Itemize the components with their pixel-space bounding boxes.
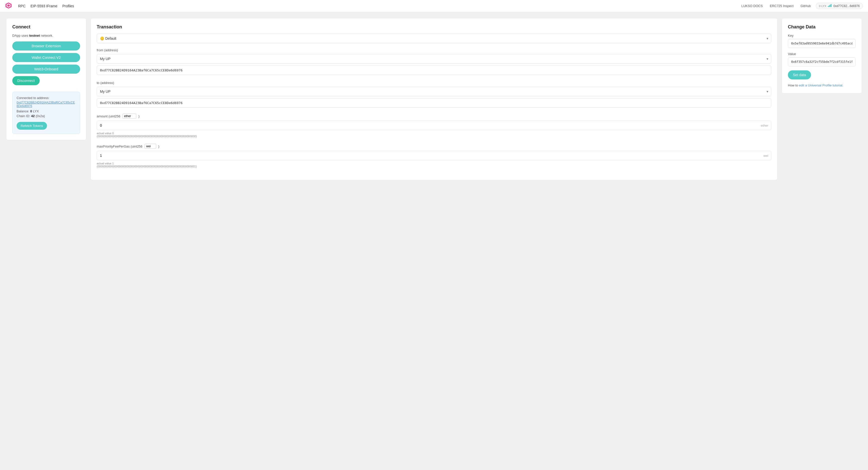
from-select-wrapper: My UP ▾: [97, 54, 771, 64]
amount-suffix: ether: [761, 124, 768, 127]
amount-unit-wrapper: ether: [122, 114, 136, 119]
change-data-card: Change Data Key Value Set data How to ed…: [782, 18, 862, 93]
connected-label: Connected to address:: [17, 96, 76, 100]
refetch-tokens-button[interactable]: Refetch Tokens: [17, 122, 47, 130]
disconnect-button[interactable]: Disconnect: [12, 76, 40, 85]
header: RPC EIP-5593 IFrame Profiles LUKSO DOCS …: [0, 0, 868, 12]
connect-title: Connect: [12, 24, 80, 30]
transaction-card: Transaction 🪙 Default ▾ from (address) M…: [90, 18, 778, 180]
to-address-input[interactable]: [97, 98, 771, 108]
connected-box: Connected to address: 0xd77C82BB24D9164A…: [12, 92, 80, 134]
from-select[interactable]: My UP: [97, 54, 771, 64]
amount-input-wrapper: ether: [97, 121, 771, 130]
svg-rect-3: [828, 6, 829, 7]
max-priority-section: maxPriorityFeePerGas (uint256 wei ) wei …: [97, 144, 771, 168]
connect-card: Connect DApp uses testnet network. Brows…: [6, 18, 86, 140]
svg-rect-5: [830, 4, 831, 7]
max-priority-header: maxPriorityFeePerGas (uint256 wei ): [97, 144, 771, 149]
main-content: Connect DApp uses testnet network. Brows…: [0, 12, 868, 186]
amount-label: amount (uint256: [97, 114, 120, 118]
wallet-connect-button[interactable]: Wallet Connect V2: [12, 53, 80, 62]
erc725-inspect-button[interactable]: ERC725 Inspect: [768, 3, 796, 9]
from-label: from (address): [97, 48, 771, 52]
to-select[interactable]: My UP: [97, 87, 771, 96]
svg-rect-6: [831, 4, 832, 7]
nav-profiles[interactable]: Profiles: [62, 4, 74, 8]
from-address-input[interactable]: [97, 66, 771, 75]
amount-actual-value: actual value 0 (000000000000000000000000…: [97, 132, 771, 138]
max-priority-actual-value: actual value 1 (000000000000000000000000…: [97, 162, 771, 168]
max-priority-unit-wrapper: wei: [145, 144, 156, 149]
svg-rect-4: [829, 5, 830, 7]
nav-eip5593[interactable]: EIP-5593 IFrame: [31, 4, 58, 8]
github-button[interactable]: GitHub: [799, 3, 813, 9]
connected-address[interactable]: 0xd77C82BB24D9164A23Baf6Ca7C65cCE8De6d69…: [17, 101, 76, 108]
key-input[interactable]: [788, 39, 856, 48]
balance-row: Balance: 0 LYX: [17, 109, 76, 113]
value-input[interactable]: [788, 57, 856, 66]
lukso-docs-button[interactable]: LUKSO DOCS: [739, 3, 765, 9]
transaction-title: Transaction: [97, 24, 771, 30]
value-label: Value: [788, 52, 856, 56]
wallet-address-short: 0xd77C82...6d6976: [833, 4, 860, 8]
amount-unit-select[interactable]: ether: [122, 114, 136, 119]
method-dropdown-row: 🪙 Default ▾: [97, 34, 771, 43]
max-priority-label: maxPriorityFeePerGas (uint256: [97, 145, 143, 148]
set-data-button[interactable]: Set data: [788, 70, 811, 80]
amount-paren-close: ): [138, 114, 140, 118]
wallet-lyx-amount: 0 LYX: [819, 4, 826, 7]
max-priority-input-wrapper: wei: [97, 151, 771, 160]
to-section: to (address) My UP ▾: [97, 81, 771, 108]
nav-rpc[interactable]: RPC: [18, 4, 26, 8]
wallet-wave-icon: [828, 4, 832, 8]
to-select-wrapper: My UP ▾: [97, 87, 771, 96]
amount-input[interactable]: [97, 121, 771, 130]
max-priority-paren-close: ): [158, 145, 159, 148]
network-name: testnet: [29, 34, 40, 37]
to-label: to (address): [97, 81, 771, 85]
max-priority-unit-select[interactable]: wei: [145, 144, 156, 149]
amount-header: amount (uint256 ether ): [97, 114, 771, 119]
chain-row: Chain ID: 42 (0x2a): [17, 114, 76, 118]
web3-onboard-button[interactable]: Web3-Onboard: [12, 65, 80, 74]
main-nav: RPC EIP-5593 IFrame Profiles: [18, 4, 74, 8]
header-right: LUKSO DOCS ERC725 Inspect GitHub 0 LYX 0…: [739, 3, 863, 9]
max-priority-input[interactable]: [97, 151, 771, 160]
change-data-title: Change Data: [788, 24, 856, 30]
logo: [5, 2, 12, 10]
from-section: from (address) My UP ▾: [97, 48, 771, 75]
max-priority-suffix: wei: [763, 154, 768, 157]
wallet-badge[interactable]: 0 LYX 0xd77C82...6d6976: [816, 3, 863, 9]
method-select-wrapper: 🪙 Default ▾: [97, 34, 771, 43]
method-select[interactable]: 🪙 Default: [97, 34, 771, 43]
amount-section: amount (uint256 ether ) ether actual val…: [97, 114, 771, 138]
browser-extension-button[interactable]: Browser Extension: [12, 41, 80, 51]
chain-id-value: 42: [31, 114, 35, 118]
key-label: Key: [788, 34, 856, 37]
tutorial-link[interactable]: edit a Universal Profile tutorial: [799, 83, 842, 87]
dapp-desc: DApp uses testnet network.: [12, 34, 80, 37]
tutorial-text: How to edit a Universal Profile tutorial…: [788, 83, 856, 87]
